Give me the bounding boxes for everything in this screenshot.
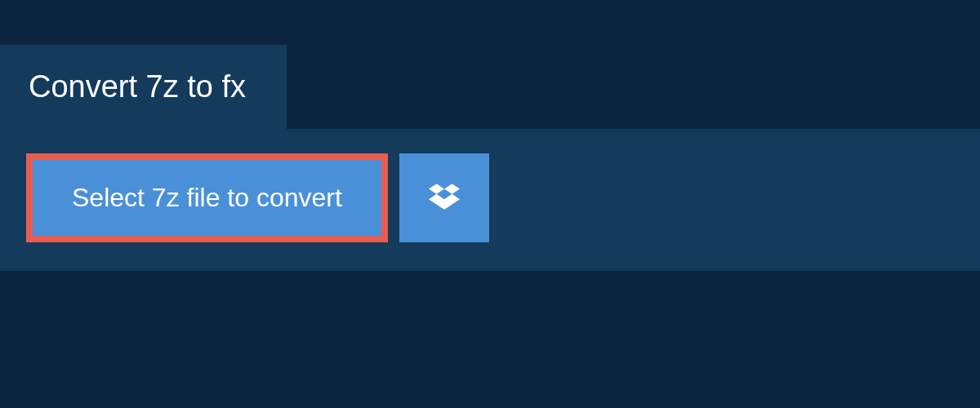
button-row: Select 7z file to convert	[26, 153, 956, 242]
tab-header: Convert 7z to fx	[0, 45, 287, 129]
upload-panel: Select 7z file to convert	[0, 129, 980, 271]
dropbox-button[interactable]	[399, 153, 489, 242]
select-file-button-label: Select 7z file to convert	[72, 183, 342, 213]
page-title: Convert 7z to fx	[29, 69, 246, 104]
dropbox-icon	[429, 181, 460, 215]
select-file-button[interactable]: Select 7z file to convert	[26, 153, 388, 242]
